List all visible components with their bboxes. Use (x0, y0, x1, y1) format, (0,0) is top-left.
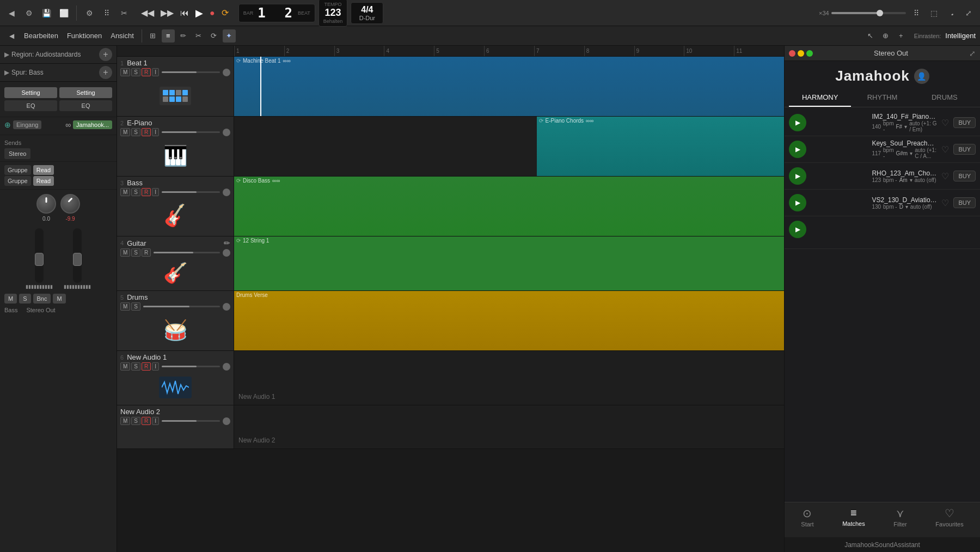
mute-3[interactable]: M (120, 188, 130, 196)
save-btn[interactable]: 💾 (39, 6, 53, 20)
solo-6[interactable]: S (131, 362, 140, 371)
plugin-label[interactable]: Jamahook... (73, 120, 112, 129)
pencil-tool-btn[interactable]: ✏ (177, 29, 190, 43)
rec-2[interactable]: R (142, 128, 151, 136)
info-2[interactable]: I (152, 128, 159, 136)
buy-btn-2[interactable]: BUY (953, 144, 976, 155)
track-content-2[interactable]: ⟳ E-Piano Chords ∞∞ var bars2=''; for(va… (234, 117, 784, 176)
tab-drums[interactable]: DRUMS (914, 89, 976, 107)
panel-close-btn[interactable] (789, 50, 795, 57)
footer-favourites-btn[interactable]: ♡ Favourites (931, 507, 967, 527)
solo-all-btn[interactable]: S (19, 294, 30, 304)
vol-slider-5[interactable] (143, 306, 220, 307)
panel-expand-btn[interactable]: ⤢ (969, 49, 976, 58)
footer-start-btn[interactable]: ⊙ Start (797, 507, 818, 527)
full-screen-btn[interactable]: ⤢ (961, 6, 976, 20)
read-btn-2[interactable]: Read (33, 176, 54, 186)
solo-3[interactable]: S (131, 188, 140, 196)
mute-7[interactable]: M (120, 417, 130, 425)
fav-btn-1[interactable]: ♡ (941, 118, 949, 128)
cut-btn[interactable]: ✂ (117, 6, 131, 20)
back-btn[interactable]: ◀ (4, 6, 19, 20)
rec-4[interactable]: R (142, 248, 151, 257)
tempo-display[interactable]: TEMPO 123 Behalten (318, 0, 348, 27)
play-result-partial[interactable]: ▶ (789, 221, 806, 238)
settings-btn[interactable]: ⚙ (22, 6, 36, 20)
fav-btn-4[interactable]: ♡ (941, 198, 949, 208)
fav-btn-2[interactable]: ♡ (941, 144, 949, 155)
solo-4[interactable]: S (131, 248, 140, 257)
buy-btn-4[interactable]: BUY (953, 197, 976, 208)
fav-btn-3[interactable]: ♡ (941, 171, 949, 181)
scissors-tool-btn[interactable]: ✂ (192, 29, 205, 43)
user-avatar[interactable]: 👤 (914, 69, 929, 84)
fast-forward-btn[interactable]: ▶▶ (158, 7, 176, 19)
tab-rhythm[interactable]: RHYTHM (851, 89, 913, 107)
mute-5[interactable]: M (120, 302, 130, 311)
track-content-1[interactable]: ⟳ Machine Beat 1 ∞∞ var bars1 = ''; for(… (234, 57, 784, 116)
bnc-btn[interactable]: Bnc (33, 294, 51, 304)
pan-5[interactable] (223, 303, 230, 311)
tab-harmony[interactable]: HARMONY (789, 89, 851, 107)
footer-matches-btn[interactable]: ≡ Matches (838, 507, 869, 527)
track-content-7[interactable]: New Audio 2 (234, 405, 784, 448)
count-in-btn[interactable]: ⠿ (100, 6, 114, 20)
mute-1[interactable]: M (120, 68, 130, 76)
pan-4[interactable] (223, 249, 230, 257)
solo-1[interactable]: S (131, 68, 140, 76)
vol-slider-7[interactable] (162, 420, 220, 422)
bearbeiten-menu[interactable]: Bearbeiten (21, 31, 62, 41)
buy-btn-3[interactable]: BUY (953, 171, 976, 181)
pan-7[interactable] (223, 417, 230, 425)
solo-7[interactable]: S (131, 417, 140, 425)
funktionen-menu[interactable]: Funktionen (64, 31, 105, 41)
mute-6[interactable]: M (120, 362, 130, 371)
pan-2[interactable] (223, 129, 230, 136)
gruppe-btn-1[interactable]: Gruppe (4, 165, 31, 175)
info-3[interactable]: I (152, 188, 159, 196)
track-content-6[interactable]: New Audio 1 (234, 351, 784, 405)
result-item-1[interactable]: ▶ var w1=''; for(var i=0;i<60;i++){ var … (785, 110, 980, 136)
mute-all-btn[interactable]: M (4, 294, 17, 304)
vol-slider-2[interactable] (162, 131, 220, 133)
piano-view-btn[interactable]: ⬚ (927, 6, 941, 20)
snap-toggle-btn[interactable]: ⊕ (879, 29, 892, 43)
note-view-btn[interactable]: 𝅘 (944, 6, 958, 20)
info-7[interactable]: I (152, 417, 159, 425)
export-btn[interactable]: ⬜ (57, 6, 71, 20)
list-view-btn2[interactable]: ≡ (162, 29, 175, 43)
vol-slider-3[interactable] (162, 191, 220, 193)
to-start-btn[interactable]: ⏮ (178, 7, 191, 19)
solo-2[interactable]: S (131, 128, 140, 136)
result-item-3[interactable]: ▶ var w3=''; for(var i=0;i<60;i++){ var … (785, 163, 980, 190)
vol-slider-6[interactable] (162, 366, 220, 367)
time-sig-display[interactable]: 4/4 D-Dur (351, 2, 383, 24)
info-1[interactable]: I (152, 68, 159, 76)
pan-3[interactable] (223, 189, 230, 196)
vol-slider-1[interactable] (162, 71, 220, 73)
pan-6[interactable] (223, 363, 230, 371)
track-content-4[interactable]: ⟳ 12 String 1 var ml=''; var positions=[… (234, 236, 784, 290)
cycle-btn[interactable]: ⟳ (219, 7, 231, 19)
record-btn[interactable]: ● (207, 7, 217, 19)
result-item-2[interactable]: ▶ var w2=''; for(var i=0;i<60;i++){ var … (785, 136, 980, 163)
track-section-toggle[interactable]: ▶ (4, 69, 9, 76)
mute-2[interactable]: M (120, 128, 130, 136)
mute-4[interactable]: M (120, 248, 130, 257)
rec-3[interactable]: R (142, 188, 151, 196)
solo-5[interactable]: S (131, 302, 140, 311)
m-btn-2[interactable]: M (53, 294, 65, 304)
play-result-4[interactable]: ▶ (789, 194, 806, 211)
info-6[interactable]: I (152, 362, 159, 371)
track-content-3[interactable]: ⟳ Disco Bass ∞∞ var bars3=''; for(var i=… (234, 177, 784, 236)
pan-knob-2[interactable] (60, 194, 80, 214)
vol-track-2[interactable] (73, 228, 82, 283)
rec-6[interactable]: R (142, 362, 151, 371)
grid-view-btn[interactable]: ⊞ (146, 29, 160, 43)
gruppe-btn-2[interactable]: Gruppe (4, 176, 31, 186)
vol-slider-4[interactable] (154, 252, 220, 253)
star-tool-btn[interactable]: ✦ (223, 29, 236, 43)
play-btn[interactable]: ▶ (193, 6, 205, 20)
play-result-3[interactable]: ▶ (789, 167, 806, 185)
rewind-btn[interactable]: ◀◀ (139, 7, 156, 19)
